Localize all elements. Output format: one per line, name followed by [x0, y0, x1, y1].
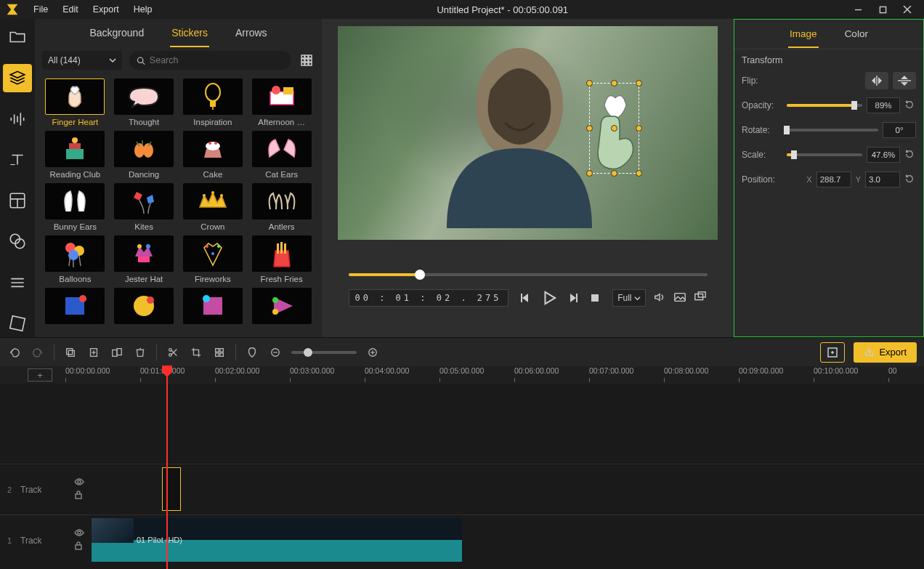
- window-maximize-button[interactable]: [870, 0, 895, 19]
- reset-scale-button[interactable]: [904, 149, 916, 161]
- next-frame-button[interactable]: [567, 290, 579, 306]
- preview-scrubber[interactable]: [349, 273, 708, 276]
- split-button[interactable]: [166, 345, 180, 360]
- window-minimize-button[interactable]: [846, 0, 870, 19]
- sticker-item[interactable]: Balloons: [44, 235, 107, 283]
- media-library-button[interactable]: [3, 23, 32, 51]
- track-lane[interactable]: [92, 464, 924, 514]
- timeline-ruler[interactable]: + 00:00:00.00000:01:00.00000:02:00.00000…: [0, 366, 924, 384]
- menu-export[interactable]: Export: [86, 4, 126, 15]
- resize-handle[interactable]: [611, 170, 617, 177]
- crop-button[interactable]: [189, 345, 203, 360]
- export-button[interactable]: Export: [854, 342, 917, 363]
- flip-horizontal-button[interactable]: [865, 72, 888, 89]
- sticker-item[interactable]: Jester Hat: [113, 235, 176, 283]
- zoom-slider[interactable]: [291, 351, 357, 354]
- menu-file[interactable]: File: [26, 4, 55, 15]
- track-lock-toggle[interactable]: [74, 491, 84, 501]
- zoom-out-button[interactable]: [268, 345, 283, 360]
- tab-stickers[interactable]: Stickers: [170, 20, 209, 47]
- scale-slider[interactable]: [787, 153, 862, 156]
- sticker-item[interactable]: Dancing: [113, 131, 176, 179]
- video-clip[interactable]: 01 Pilot (HD): [92, 518, 462, 562]
- preview-zoom-select[interactable]: Full: [612, 289, 646, 307]
- add-track-button[interactable]: +: [28, 368, 52, 382]
- sticker-item[interactable]: Cat Ears: [250, 131, 313, 179]
- rotate-value[interactable]: 0°: [883, 122, 916, 138]
- opacity-value[interactable]: 89%: [867, 97, 900, 113]
- volume-button[interactable]: [653, 291, 666, 306]
- sticker-item[interactable]: Afternoon …: [250, 78, 313, 126]
- sticker-item[interactable]: Fireworks: [182, 235, 245, 283]
- sticker-item[interactable]: Antlers: [250, 183, 313, 231]
- preview-canvas[interactable]: [338, 26, 718, 240]
- marker-button[interactable]: [245, 345, 259, 360]
- sticker-item[interactable]: Cake: [182, 131, 245, 179]
- paste-button[interactable]: [86, 345, 101, 360]
- sticker-item[interactable]: Finger Heart: [44, 78, 107, 126]
- sticker-category-select[interactable]: All (144): [42, 51, 122, 70]
- audio-button[interactable]: [3, 105, 32, 133]
- mosaic-button[interactable]: [212, 345, 227, 360]
- track-lane[interactable]: 01 Pilot (HD): [92, 515, 924, 565]
- stickers-button[interactable]: [3, 64, 32, 92]
- zoom-in-button[interactable]: [365, 345, 380, 360]
- sticker-item[interactable]: Fresh Fries: [250, 235, 313, 283]
- resize-handle[interactable]: [586, 80, 593, 86]
- redo-button[interactable]: [31, 345, 45, 360]
- quick-export-button[interactable]: [820, 342, 845, 363]
- snapshot-button[interactable]: [673, 291, 686, 306]
- sticker-clip[interactable]: [162, 467, 181, 511]
- scrub-handle[interactable]: [415, 270, 425, 280]
- templates-button[interactable]: [3, 187, 32, 214]
- sticker-item[interactable]: [113, 288, 176, 324]
- sticker-item[interactable]: Bunny Ears: [44, 183, 107, 231]
- track-visibility-toggle[interactable]: [74, 477, 84, 488]
- stop-button[interactable]: [589, 290, 601, 306]
- resize-handle[interactable]: [636, 170, 642, 177]
- selected-sticker-overlay[interactable]: [589, 83, 639, 174]
- position-y-input[interactable]: [865, 171, 900, 187]
- resize-handle[interactable]: [611, 80, 617, 86]
- sticker-search-box[interactable]: [129, 51, 291, 70]
- tab-image[interactable]: Image: [788, 21, 819, 48]
- scale-value[interactable]: 47.6%: [867, 147, 900, 163]
- flip-vertical-button[interactable]: [893, 72, 916, 89]
- menu-edit[interactable]: Edit: [55, 4, 86, 15]
- sticker-item[interactable]: Inspiration: [182, 78, 245, 126]
- sticker-item[interactable]: Crown: [182, 183, 245, 231]
- track-lock-toggle[interactable]: [74, 541, 84, 552]
- playhead[interactable]: [166, 366, 168, 569]
- position-x-input[interactable]: [816, 171, 851, 187]
- tab-background[interactable]: Background: [88, 20, 145, 47]
- filters-button[interactable]: [3, 227, 32, 255]
- prev-frame-button[interactable]: [519, 290, 531, 306]
- play-button[interactable]: [541, 290, 557, 306]
- track-visibility-toggle[interactable]: [74, 528, 84, 538]
- sticker-item[interactable]: Kites: [113, 183, 176, 231]
- delete-button[interactable]: [133, 345, 147, 360]
- duplicate-button[interactable]: [110, 345, 124, 360]
- opacity-slider[interactable]: [787, 104, 862, 107]
- tab-arrows[interactable]: Arrows: [234, 20, 269, 47]
- tab-color[interactable]: Color: [843, 21, 870, 48]
- sticker-item[interactable]: [250, 288, 313, 324]
- detach-preview-button[interactable]: [694, 291, 707, 306]
- window-close-button[interactable]: [895, 0, 920, 19]
- rotate-slider[interactable]: [787, 129, 878, 132]
- menu-help[interactable]: Help: [126, 4, 160, 15]
- reset-position-button[interactable]: [904, 174, 916, 185]
- sticker-item[interactable]: [182, 288, 245, 324]
- elements-button[interactable]: [3, 310, 32, 337]
- copy-button[interactable]: [63, 345, 78, 360]
- resize-handle[interactable]: [586, 125, 593, 132]
- text-button[interactable]: [3, 146, 32, 174]
- sticker-item[interactable]: Reading Club: [44, 131, 107, 179]
- resize-handle[interactable]: [586, 170, 593, 177]
- resize-handle[interactable]: [636, 125, 642, 132]
- sticker-item[interactable]: Thought: [113, 78, 176, 126]
- reset-opacity-button[interactable]: [904, 100, 916, 111]
- sticker-search-input[interactable]: [150, 55, 284, 65]
- undo-button[interactable]: [7, 345, 22, 360]
- transitions-button[interactable]: [3, 269, 32, 296]
